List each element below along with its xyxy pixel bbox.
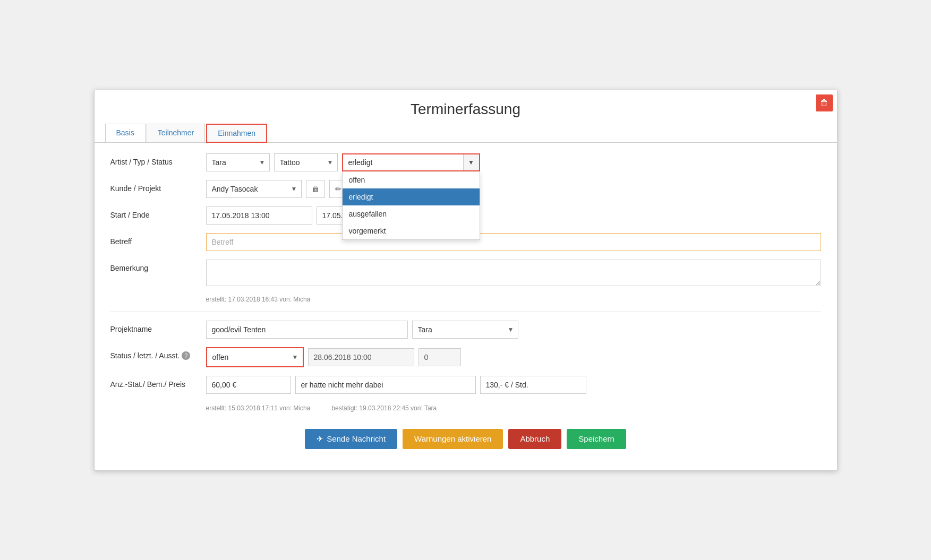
letzt-date-input [308,348,414,366]
ausst-input [418,348,461,366]
preis-input[interactable] [480,376,586,394]
status-input[interactable] [343,155,463,170]
anz-input[interactable] [206,376,291,394]
betreff-input[interactable] [206,233,821,251]
start-input[interactable] [206,206,312,225]
delete-button[interactable]: 🗑 [816,94,833,111]
anz-label: Anz.-Stat./ Bem./ Preis [110,376,206,389]
status-letzt-label-wrap: Status / letzt. / Ausst. ? [110,351,206,360]
status-dropdown-arrow-icon[interactable]: ▼ [463,154,479,170]
speichern-button[interactable]: Speichern [567,429,626,449]
status-option-vorgemerkt[interactable]: vorgemerkt [343,222,480,239]
status-dropdown-list: offen erledigt ausgefallen vorgemerkt [342,171,480,240]
bemerkung-fields [206,260,821,286]
projektname-row: Projektname Tara ▼ [110,321,821,339]
type-select[interactable]: Tattoo [274,153,338,171]
page-title: Terminerfassung [95,90,837,123]
send-icon: ✈ [317,434,323,444]
artist-label: Artist / Typ / Status [110,153,206,166]
status-option-erledigt[interactable]: erledigt [343,188,480,205]
tabs-container: Basis Teilnehmer Einnahmen [95,123,837,143]
sende-nachricht-button[interactable]: ✈ Sende Nachricht [305,429,397,449]
kunde-delete-button[interactable]: 🗑 [306,180,325,198]
main-window: 🗑 Terminerfassung Basis Teilnehmer Einna… [94,90,838,471]
start-fields [206,206,821,225]
anz-fields [206,376,821,394]
status-dropdown-trigger[interactable]: ▼ [342,153,480,171]
status-letzt-row: Status / letzt. / Ausst. ? offen erledig… [110,347,821,367]
tab-basis[interactable]: Basis [105,124,146,143]
bemerkung-row: Bemerkung [110,260,821,286]
status-option-ausgefallen[interactable]: ausgefallen [343,205,480,222]
bottom-buttons: ✈ Sende Nachricht Warnungen aktivieren A… [110,420,821,460]
form-content: Artist / Typ / Status Tara ▼ Tattoo ▼ [95,143,837,470]
tab-einnahmen[interactable]: Einnahmen [206,124,267,143]
projektname-artist-select[interactable]: Tara [412,321,518,339]
status-letzt-fields: offen erledigt ausgefallen vorgemerkt ▼ [206,347,821,367]
artist-select[interactable]: Tara [206,153,270,171]
projektname-input[interactable] [206,321,408,339]
bem-input[interactable] [295,376,476,394]
kunde-label: Kunde / Projekt [110,180,206,193]
help-icon[interactable]: ? [182,351,190,360]
projektname-label: Projektname [110,321,206,333]
status-letzt-label: Status / letzt. / Ausst. ? [110,347,206,360]
kunde-select-wrap: Andy Tasocak ▼ [206,180,302,198]
anz-row: Anz.-Stat./ Bem./ Preis [110,376,821,394]
meta-erstellt2: erstellt: 15.03.2018 17:11 von: Micha [206,404,311,412]
bemerkung-label: Bemerkung [110,260,206,272]
status-letzt-select-wrap: offen erledigt ausgefallen vorgemerkt ▼ [206,347,304,367]
projektname-fields: Tara ▼ [206,321,821,339]
meta-bestaetigt: bestätigt: 19.03.2018 22:45 von: Tara [331,404,437,412]
status-dropdown-container: ▼ offen erledigt ausgefallen vorgemerkt [342,153,480,171]
projektname-artist-wrap: Tara ▼ [412,321,518,339]
start-label: Start / Ende [110,206,206,219]
status-option-offen[interactable]: offen [343,171,480,188]
betreff-label: Betreff [110,233,206,246]
divider [110,312,821,312]
type-select-wrap: Tattoo ▼ [274,153,338,171]
bemerkung-textarea[interactable] [206,260,821,286]
kunde-fields: Andy Tasocak ▼ 🗑 ✏ + Tara: good/evil Ten… [206,180,821,198]
warnungen-button[interactable]: Warnungen aktivieren [403,429,503,449]
artist-fields: Tara ▼ Tattoo ▼ ▼ of [206,153,821,171]
status-letzt-select[interactable]: offen erledigt ausgefallen vorgemerkt [207,348,303,366]
artist-select-wrap: Tara ▼ [206,153,270,171]
tab-teilnehmer[interactable]: Teilnehmer [147,124,205,143]
meta-erstellt: erstellt: 17.03.2018 16:43 von: Micha [206,296,311,303]
betreff-fields [206,233,821,251]
abbruch-button[interactable]: Abbruch [508,429,561,449]
artist-row: Artist / Typ / Status Tara ▼ Tattoo ▼ [110,153,821,171]
kunde-select[interactable]: Andy Tasocak [206,180,302,198]
